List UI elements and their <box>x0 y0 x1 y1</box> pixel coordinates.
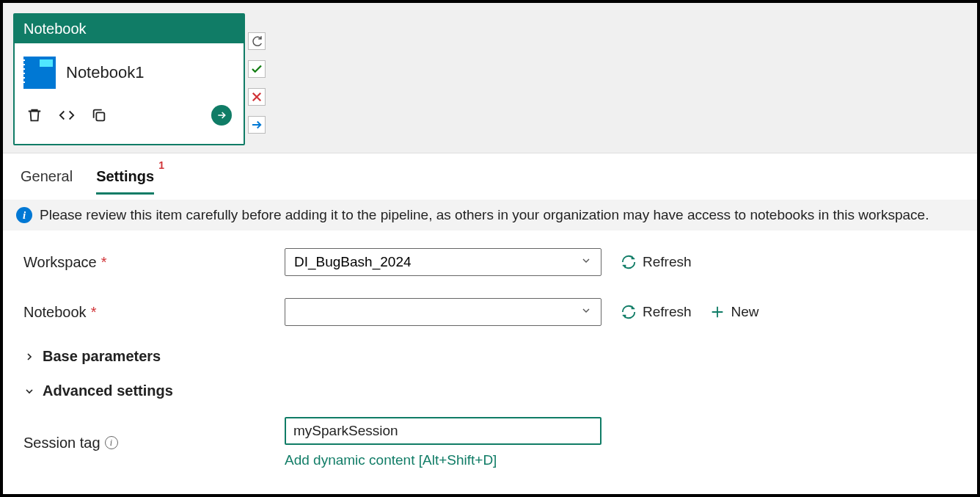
notebook-activity-card[interactable]: Notebook Notebook1 <box>13 13 245 145</box>
info-bar: i Please review this item carefully befo… <box>3 200 977 231</box>
required-asterisk: * <box>101 254 107 271</box>
copy-icon[interactable] <box>91 107 107 123</box>
workspace-label: Workspace * <box>23 254 285 271</box>
workspace-value: DI_BugBash_2024 <box>294 254 412 270</box>
tab-settings[interactable]: Settings 1 <box>96 168 154 195</box>
pipeline-canvas: Notebook Notebook1 <box>3 3 977 153</box>
advanced-settings-expander[interactable]: Advanced settings <box>23 382 957 399</box>
chevron-down-icon <box>580 254 592 270</box>
run-button[interactable] <box>211 105 232 126</box>
chevron-down-icon <box>580 304 592 320</box>
base-parameters-expander[interactable]: Base parameters <box>23 348 957 365</box>
chevron-down-icon <box>23 385 35 397</box>
delete-icon[interactable] <box>26 107 43 123</box>
new-notebook-button[interactable]: New <box>709 304 759 320</box>
tab-badge: 1 <box>158 159 164 171</box>
tab-general[interactable]: General <box>21 168 73 195</box>
card-header: Notebook <box>15 15 244 43</box>
info-icon: i <box>16 207 32 223</box>
add-dynamic-content-link[interactable]: Add dynamic content [Alt+Shift+D] <box>285 452 601 468</box>
workspace-select[interactable]: DI_BugBash_2024 <box>285 248 601 276</box>
arrow-right-icon[interactable] <box>248 116 266 134</box>
check-icon[interactable] <box>248 60 266 78</box>
refresh-notebook-button[interactable]: Refresh <box>621 304 692 320</box>
notebook-icon <box>23 57 56 89</box>
notebook-label: Notebook * <box>23 304 285 321</box>
notebook-select[interactable] <box>285 298 601 326</box>
notebook-title: Notebook1 <box>66 63 144 82</box>
x-icon[interactable] <box>248 88 266 106</box>
info-circle-icon[interactable]: i <box>105 436 118 449</box>
chevron-right-icon <box>23 351 35 363</box>
redo-icon[interactable] <box>248 32 266 50</box>
required-asterisk: * <box>91 304 97 321</box>
svg-rect-0 <box>96 112 104 120</box>
info-text: Please review this item carefully before… <box>40 207 929 223</box>
session-tag-label: Session tag i <box>23 435 285 451</box>
tab-settings-label: Settings <box>96 168 154 184</box>
session-tag-input[interactable] <box>285 417 601 445</box>
refresh-workspace-button[interactable]: Refresh <box>621 254 692 270</box>
code-icon[interactable] <box>59 107 75 123</box>
tab-bar: General Settings 1 <box>3 153 977 195</box>
